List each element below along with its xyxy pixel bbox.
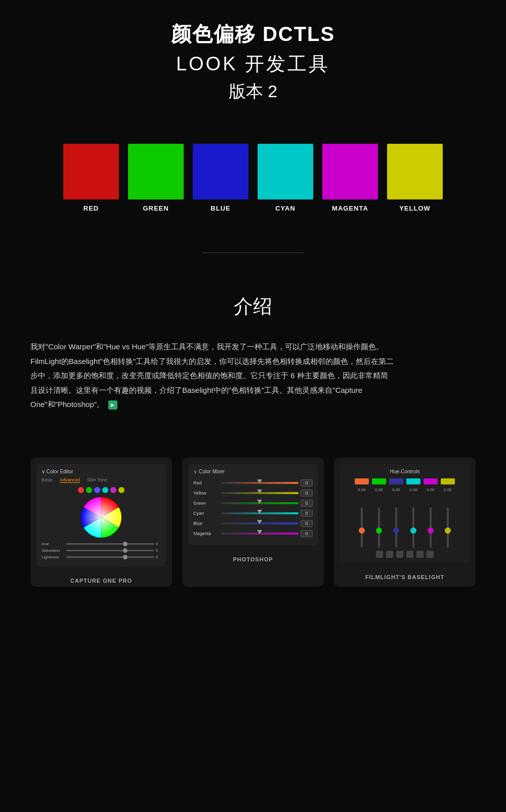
page-header: 颜色偏移 DCTLS LOOK 开发工具 版本 2 — [0, 0, 506, 118]
co-dot-blue — [94, 487, 100, 493]
fl-track-4[interactable] — [430, 507, 432, 548]
title-line1: 颜色偏移 DCTLS — [0, 20, 506, 48]
co-sliders: Hue 0 Saturation 0 Lightne — [41, 542, 161, 559]
filmlight-card: Hue-Controls 0.000.000.000.000.000.00 — [334, 458, 476, 587]
filmlight-label: FILMLIGHT'S BASELIGHT — [334, 569, 476, 583]
fl-icon-2[interactable] — [396, 551, 403, 558]
fl-track-3[interactable] — [412, 507, 414, 548]
fl-header: Hue-Controls — [345, 469, 465, 474]
fl-icon-3[interactable] — [406, 551, 413, 558]
co-light-val: 0 — [156, 555, 161, 559]
fl-bottom-icons — [345, 551, 465, 558]
fl-track-2[interactable] — [395, 507, 397, 548]
co-title: Color Editor — [47, 469, 73, 474]
co-dot-cyan — [102, 487, 108, 493]
ps-label-green: Green — [193, 501, 219, 506]
swatch-label-yellow: YELLOW — [399, 205, 431, 212]
ps-thumb-blue — [257, 520, 262, 524]
fl-value-5: 0.00 — [441, 488, 455, 492]
fl-value-4: 0.00 — [424, 488, 438, 492]
fl-slider-col-3 — [406, 507, 420, 548]
fl-thumb-5 — [445, 527, 451, 534]
ps-label-yellow: Yellow — [193, 491, 219, 496]
co-tab-skin[interactable]: Skin Tone — [87, 477, 107, 483]
ps-mixer-rows: Red 0 Yellow 0 Green 0 Cyan 0 Blue — [193, 479, 313, 537]
co-light-track[interactable] — [66, 556, 154, 558]
fl-sliders — [345, 497, 465, 548]
ps-val-magenta: 0 — [301, 530, 313, 537]
co-slider-sat: Saturation 0 — [41, 548, 161, 553]
link-icon[interactable]: ▶ — [108, 400, 117, 410]
ps-header: ∨ Color Mixer — [193, 469, 313, 474]
ps-track-green[interactable] — [221, 502, 299, 504]
swatch-box-blue — [193, 144, 248, 199]
ps-arrow: ∨ — [193, 469, 197, 474]
ps-track-blue[interactable] — [221, 522, 299, 524]
fl-icon-0[interactable] — [376, 551, 383, 558]
swatch-item-yellow: YELLOW — [387, 144, 443, 212]
capture-one-label: CAPTURE ONE PRO — [30, 573, 172, 587]
swatch-box-red — [63, 144, 119, 199]
co-light-label: Lightness — [41, 555, 64, 559]
co-inner-card: ∨ Color Editor Basic Advanced Skin Tone — [36, 464, 166, 566]
co-dot-yellow — [118, 487, 124, 493]
fl-icon-4[interactable] — [416, 551, 424, 558]
ps-val-green: 0 — [301, 500, 313, 507]
co-tab-advanced[interactable]: Advanced — [60, 477, 80, 483]
ps-row-magenta: Magenta 0 — [193, 530, 313, 537]
photoshop-label: PHOTOSHOP — [182, 551, 324, 565]
fl-track-5[interactable] — [447, 507, 449, 548]
co-hue-track[interactable] — [66, 543, 154, 545]
fl-bar-2 — [389, 478, 403, 484]
fl-bar-3 — [406, 478, 420, 484]
fl-slider-col-1 — [372, 507, 386, 548]
co-tab-basic[interactable]: Basic — [41, 477, 53, 483]
swatch-label-red: RED — [83, 205, 99, 212]
fl-value-0: 0.00 — [355, 488, 369, 492]
title-line2: LOOK 开发工具 — [0, 51, 506, 77]
ps-track-cyan[interactable] — [221, 512, 299, 514]
co-dot-magenta — [110, 487, 116, 493]
fl-thumb-1 — [376, 527, 382, 534]
fl-thumb-2 — [393, 527, 399, 534]
fl-slider-col-4 — [424, 507, 438, 548]
fl-icon-1[interactable] — [386, 551, 393, 558]
ps-row-yellow: Yellow 0 — [193, 490, 313, 497]
fl-track-0[interactable] — [361, 507, 363, 548]
swatch-label-blue: BLUE — [210, 205, 230, 212]
intro-body: 我对"Color Warper"和"Hue vs Hue"等原生工具不满意，我开… — [30, 342, 394, 409]
fl-thumb-0 — [359, 527, 365, 534]
fl-slider-col-5 — [441, 507, 455, 548]
co-slider-light: Lightness 0 — [41, 555, 161, 559]
fl-track-1[interactable] — [378, 507, 380, 548]
ps-row-red: Red 0 — [193, 479, 313, 486]
ps-thumb-green — [257, 500, 262, 504]
fl-icon-5[interactable] — [427, 551, 434, 558]
co-sat-thumb — [123, 548, 128, 553]
co-sat-val: 0 — [156, 548, 161, 553]
ps-val-blue: 0 — [301, 520, 313, 527]
swatches-container: RED GREEN BLUE CYAN MAGENTA YELLOW — [0, 118, 506, 222]
ps-track-red[interactable] — [221, 482, 299, 484]
ps-thumb-yellow — [257, 490, 262, 494]
co-slider-hue: Hue 0 — [41, 542, 161, 546]
ps-val-cyan: 0 — [301, 510, 313, 517]
co-wheel-container — [41, 497, 161, 538]
fl-value-2: 0.00 — [389, 488, 403, 492]
ps-label-blue: Blue — [193, 521, 219, 526]
co-sat-track[interactable] — [66, 550, 154, 551]
co-light-thumb — [123, 555, 128, 559]
fl-value-3: 0.00 — [406, 488, 420, 492]
ps-row-cyan: Cyan 0 — [193, 510, 313, 517]
tools-section: ∨ Color Editor Basic Advanced Skin Tone — [0, 432, 506, 617]
ps-track-yellow[interactable] — [221, 492, 299, 494]
ps-label-cyan: Cyan — [193, 511, 219, 516]
fl-bar-1 — [372, 478, 386, 484]
co-color-wheel — [81, 497, 121, 538]
swatch-label-magenta: MAGENTA — [332, 205, 368, 212]
ps-track-magenta[interactable] — [221, 533, 299, 535]
fl-bar-0 — [355, 478, 369, 484]
co-color-dots — [41, 487, 161, 493]
co-dot-red — [78, 487, 84, 493]
co-hue-val: 0 — [156, 542, 161, 546]
